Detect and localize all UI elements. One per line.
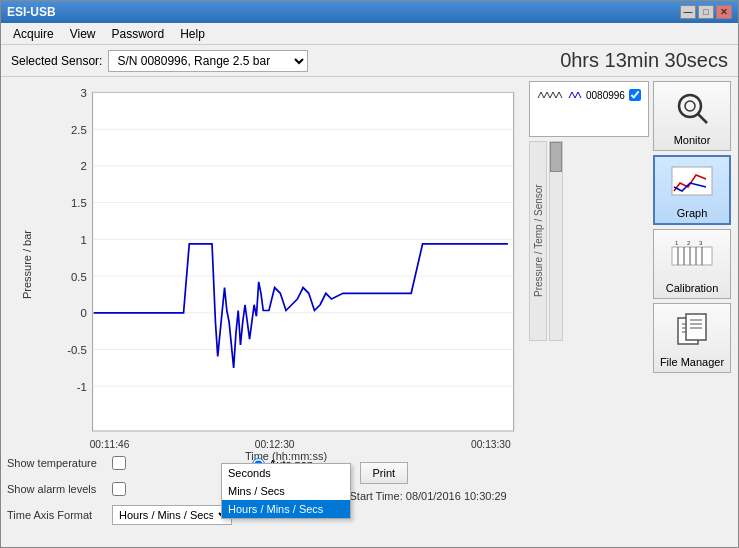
svg-text:2: 2 xyxy=(81,160,87,172)
sensor-label: Selected Sensor: xyxy=(11,54,102,68)
sensor-bar: Selected Sensor: S/N 0080996, Range 2.5 … xyxy=(1,45,738,77)
chart-container: Pressure / bar xyxy=(7,81,649,448)
svg-text:00:11:46: 00:11:46 xyxy=(90,439,130,448)
show-alarm-checkbox[interactable] xyxy=(112,482,126,496)
legend-item: 0080996 xyxy=(536,88,641,102)
timer-display: 0hrs 13min 30secs xyxy=(560,49,728,72)
y-axis-label: Pressure / bar xyxy=(21,230,33,299)
show-alarm-row: Show alarm levels xyxy=(7,478,232,500)
svg-text:2.5: 2.5 xyxy=(71,124,87,136)
monitor-icon xyxy=(654,82,730,134)
file-manager-label: File Manager xyxy=(660,356,724,368)
sensor-select[interactable]: S/N 0080996, Range 2.5 bar xyxy=(108,50,308,72)
menu-bar: Acquire View Password Help xyxy=(1,23,738,45)
legend-checkbox[interactable] xyxy=(629,89,641,101)
main-content: Pressure / bar xyxy=(1,77,738,547)
svg-point-25 xyxy=(685,101,695,111)
dropdown-option-mins-secs[interactable]: Mins / Secs xyxy=(222,482,350,500)
right-panel: Monitor Graph xyxy=(653,77,738,547)
svg-text:00:13:30: 00:13:30 xyxy=(471,439,511,448)
legend-line-icon xyxy=(536,88,564,102)
svg-line-24 xyxy=(698,114,707,123)
scrollbar[interactable] xyxy=(549,141,563,341)
dropdown-option-seconds[interactable]: Seconds xyxy=(222,464,350,482)
window-title: ESI-USB xyxy=(7,5,56,19)
chart-svg: 3 2.5 2 1.5 1 0.5 0 -0.5 -1 00:11:46 00:… xyxy=(47,81,525,448)
minimize-button[interactable]: — xyxy=(680,5,696,19)
time-axis-dropdown: Seconds Mins / Secs Hours / Mins / Secs xyxy=(221,463,351,519)
calibration-label: Calibration xyxy=(666,282,719,294)
menu-help[interactable]: Help xyxy=(172,25,213,43)
show-alarm-label: Show alarm levels xyxy=(7,483,112,495)
start-time: Start Time: 08/01/2016 10:30:29 xyxy=(350,490,507,502)
file-manager-button[interactable]: File Manager xyxy=(653,303,731,373)
maximize-button[interactable]: □ xyxy=(698,5,714,19)
svg-text:0.5: 0.5 xyxy=(71,271,87,283)
legend-panel: 0080996 Pressure / Temp / Sensor xyxy=(529,81,649,448)
svg-text:-0.5: -0.5 xyxy=(67,344,87,356)
monitor-button[interactable]: Monitor xyxy=(653,81,731,151)
main-window: ESI-USB — □ ✕ Acquire View Password Help… xyxy=(0,0,739,548)
svg-text:00:12:30: 00:12:30 xyxy=(255,439,295,448)
show-temp-label: Show temperature xyxy=(7,457,112,469)
svg-text:1.5: 1.5 xyxy=(71,197,87,209)
svg-text:3: 3 xyxy=(699,240,703,246)
monitor-label: Monitor xyxy=(674,134,711,146)
file-manager-icon xyxy=(654,304,730,356)
legend-box: 0080996 xyxy=(529,81,649,137)
legend-line2-icon xyxy=(568,88,582,102)
time-axis-row: Time Axis Format Hours / Mins / Secs Min… xyxy=(7,504,232,526)
center-area: Pressure / bar xyxy=(1,77,653,547)
bottom-controls: Show temperature Show alarm levels Time … xyxy=(7,448,649,543)
svg-point-23 xyxy=(679,95,701,117)
calibration-button[interactable]: 1 2 3 Calibration xyxy=(653,229,731,299)
show-temp-checkbox[interactable] xyxy=(112,456,126,470)
time-axis-label: Time Axis Format xyxy=(7,509,112,521)
svg-rect-0 xyxy=(93,92,514,431)
svg-text:2: 2 xyxy=(687,240,691,246)
print-button[interactable]: Print xyxy=(360,462,409,484)
title-bar: ESI-USB — □ ✕ xyxy=(1,1,738,23)
calibration-icon: 1 2 3 xyxy=(654,230,730,282)
dropdown-option-hours-mins-secs[interactable]: Hours / Mins / Secs xyxy=(222,500,350,518)
svg-rect-40 xyxy=(686,314,706,340)
title-bar-buttons: — □ ✕ xyxy=(680,5,732,19)
time-axis-select[interactable]: Hours / Mins / Secs Mins / Secs Seconds xyxy=(112,505,232,525)
menu-password[interactable]: Password xyxy=(103,25,172,43)
graph-icon xyxy=(655,157,729,207)
svg-text:1: 1 xyxy=(81,234,87,246)
graph-button[interactable]: Graph xyxy=(653,155,731,225)
menu-acquire[interactable]: Acquire xyxy=(5,25,62,43)
svg-text:0: 0 xyxy=(81,307,87,319)
svg-text:3: 3 xyxy=(81,87,87,99)
svg-text:1: 1 xyxy=(675,240,679,246)
show-temp-row: Show temperature xyxy=(7,452,232,474)
legend-sensor-id: 0080996 xyxy=(586,90,625,101)
menu-view[interactable]: View xyxy=(62,25,104,43)
graph-label: Graph xyxy=(677,207,708,219)
close-button[interactable]: ✕ xyxy=(716,5,732,19)
pressure-temp-label: Pressure / Temp / Sensor xyxy=(529,141,547,341)
svg-text:-1: -1 xyxy=(77,381,87,393)
